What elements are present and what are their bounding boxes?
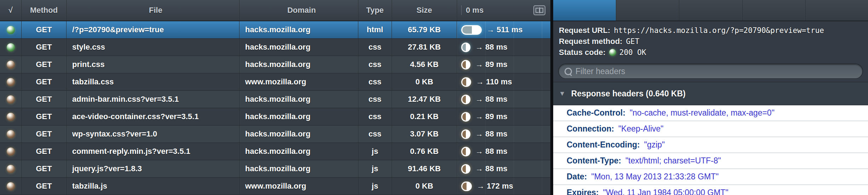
tab-headers[interactable] <box>553 0 616 21</box>
header-row[interactable]: Cache-Control : "no-cache, must-revalida… <box>553 105 868 121</box>
header-value: "gzip" <box>644 140 665 150</box>
header-colon: : <box>637 140 640 150</box>
filter-placeholder: Filter headers <box>575 67 625 76</box>
header-row[interactable]: Expires : "Wed, 11 Jan 1984 05:00:00 GMT… <box>553 185 868 195</box>
waterfall-bar <box>461 77 471 87</box>
header-value: "no-cache, must-revalidate, max-age=0" <box>630 108 774 118</box>
waterfall-time: → 172 ms <box>477 182 513 191</box>
column-header-size[interactable]: Size <box>392 0 457 21</box>
column-header-timeline[interactable]: 0 ms <box>457 0 550 21</box>
status-orb-icon <box>7 78 15 86</box>
tab-cookies[interactable] <box>616 0 679 21</box>
waterfall-time: → 88 ms <box>475 129 508 139</box>
header-name: Expires <box>567 188 596 195</box>
header-row[interactable]: Content-Encoding : "gzip" <box>553 137 868 153</box>
column-header-method[interactable]: Method <box>22 0 66 21</box>
filter-headers-input[interactable]: Filter headers <box>558 63 863 79</box>
request-method-line: Request method: GET <box>559 36 868 47</box>
request-row[interactable]: GET tabzilla.css www.mozilla.org css 0 K… <box>0 73 550 91</box>
request-row[interactable]: GET ace-video-container.css?ver=3.5.1 ha… <box>0 108 550 126</box>
request-type: js <box>358 143 392 160</box>
request-waterfall: → 110 ms <box>457 73 550 90</box>
header-value: "Mon, 13 May 2013 21:33:28 GMT" <box>591 172 719 182</box>
tab-timings[interactable] <box>805 0 868 21</box>
request-row[interactable]: GET /?p=20790&preview=true hacks.mozilla… <box>0 21 550 39</box>
waterfall-bar <box>461 95 470 104</box>
twisty-expanded-icon[interactable]: ▼ <box>559 90 566 98</box>
request-method: GET <box>22 56 66 73</box>
request-domain: hacks.mozilla.org <box>239 56 358 73</box>
waterfall-bar <box>461 112 470 122</box>
waterfall-bar <box>461 43 470 52</box>
search-icon <box>565 68 572 75</box>
request-file: comment-reply.min.js?ver=3.5.1 <box>66 143 239 160</box>
request-file: print.css <box>66 56 239 73</box>
toggle-details-pane-icon[interactable] <box>533 5 545 15</box>
tab-params[interactable] <box>679 0 742 21</box>
request-domain: www.mozilla.org <box>239 73 358 90</box>
header-row[interactable]: Date : "Mon, 13 May 2013 21:33:28 GMT" <box>553 169 868 185</box>
status-orb-icon <box>7 26 15 34</box>
request-url-line: Request URL: https://hacks.mozilla.org/?… <box>559 25 868 36</box>
filter-bar: Filter headers <box>553 61 868 82</box>
request-file: tabzilla.css <box>66 73 239 90</box>
request-waterfall: → 89 ms <box>457 56 550 73</box>
request-row[interactable]: GET admin-bar.min.css?ver=3.5.1 hacks.mo… <box>0 91 550 108</box>
request-url-label: Request URL: <box>559 26 610 35</box>
header-name: Date <box>567 172 584 182</box>
waterfall-bar <box>461 60 470 69</box>
request-method-value: GET <box>626 37 640 46</box>
column-header-type[interactable]: Type <box>358 0 392 21</box>
request-file: ace-video-container.css?ver=3.5.1 <box>66 108 239 125</box>
request-type: css <box>358 126 392 143</box>
request-row[interactable]: GET jquery.js?ver=1.8.3 hacks.mozilla.or… <box>0 160 550 178</box>
waterfall-bar <box>461 164 470 174</box>
request-type: html <box>358 21 392 38</box>
request-row[interactable]: GET comment-reply.min.js?ver=3.5.1 hacks… <box>0 143 550 160</box>
column-header-domain[interactable]: Domain <box>239 0 358 21</box>
waterfall-time: → 511 ms <box>487 25 523 34</box>
requests-panel: √ Method File Domain Type Size 0 ms GET … <box>0 0 553 195</box>
request-row[interactable]: GET style.css hacks.mozilla.org css 27.8… <box>0 39 550 56</box>
waterfall-time: → 89 ms <box>475 60 508 69</box>
status-code-value: 200 OK <box>619 48 646 57</box>
header-value: "text/html; charset=UTF-8" <box>625 156 721 166</box>
request-waterfall: → 88 ms <box>457 160 550 177</box>
request-waterfall: → 511 ms <box>457 21 550 38</box>
header-row[interactable]: Content-Type : "text/html; charset=UTF-8… <box>553 153 868 169</box>
request-size: 3.07 KB <box>392 126 457 143</box>
request-type: js <box>358 178 392 195</box>
column-header-file[interactable]: File <box>66 0 239 21</box>
request-url-value: https://hacks.mozilla.org/?p=20790&previ… <box>614 26 824 35</box>
status-ok-icon <box>609 49 616 56</box>
header-colon: : <box>596 188 599 195</box>
request-waterfall: → 172 ms <box>457 178 550 195</box>
request-type: css <box>358 108 392 125</box>
tab-response[interactable] <box>742 0 805 21</box>
request-row[interactable]: GET tabzilla.js www.mozilla.org js 0 KB … <box>0 178 550 195</box>
status-orb-icon <box>7 147 15 156</box>
request-method-label: Request method: <box>559 37 623 46</box>
header-name: Content-Type <box>567 156 619 166</box>
status-orb-icon <box>7 130 15 138</box>
request-waterfall: → 88 ms <box>457 143 550 160</box>
request-size: 65.79 KB <box>392 21 457 38</box>
waterfall-time: → 88 ms <box>475 43 508 52</box>
request-row[interactable]: GET print.css hacks.mozilla.org css 4.56… <box>0 56 550 73</box>
header-row[interactable]: Connection : "Keep-Alive" <box>553 121 868 137</box>
request-domain: hacks.mozilla.org <box>239 39 358 56</box>
status-code-label: Status code: <box>559 48 606 57</box>
request-type: css <box>358 91 392 108</box>
request-waterfall: → 88 ms <box>457 39 550 56</box>
request-method: GET <box>22 21 66 38</box>
response-headers-title: Response headers (0.640 KB) <box>571 89 685 99</box>
response-headers-section[interactable]: ▼ Response headers (0.640 KB) <box>553 82 868 105</box>
header-name: Connection <box>567 124 612 134</box>
request-row[interactable]: GET wp-syntax.css?ver=1.0 hacks.mozilla.… <box>0 126 550 143</box>
waterfall-time: → 89 ms <box>475 112 508 121</box>
status-code-line: Status code: 200 OK <box>559 47 868 58</box>
column-header-status[interactable]: √ <box>0 0 22 21</box>
details-panel: Request URL: https://hacks.mozilla.org/?… <box>553 0 868 195</box>
waterfall-bar <box>461 147 470 156</box>
request-domain: hacks.mozilla.org <box>239 126 358 143</box>
